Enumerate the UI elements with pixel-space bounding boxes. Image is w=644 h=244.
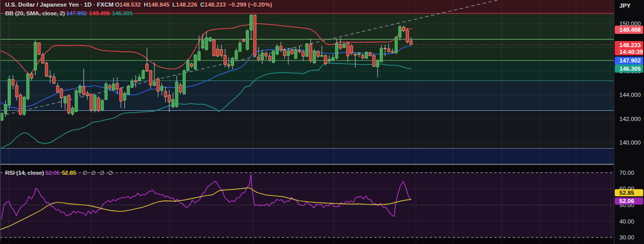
rsi-empty-values: ∅ ∅ ∅ ∅ xyxy=(83,170,114,176)
price-tick-label: 140.000 xyxy=(619,139,641,146)
currency-label: JPY xyxy=(619,3,631,9)
candle[interactable] xyxy=(1,112,3,121)
axis-badge-value: 52.06 xyxy=(619,198,634,204)
axis-badge: 147.902 xyxy=(615,56,643,65)
bb-name[interactable]: BB (20, SMA, close, 2) xyxy=(5,10,65,16)
candle[interactable] xyxy=(183,69,185,95)
candle[interactable] xyxy=(306,43,308,57)
axis-badge-value: 146.305 xyxy=(619,66,641,72)
candle[interactable] xyxy=(68,94,70,114)
rsi-tick-label: 30.00 xyxy=(619,234,634,240)
symbol-title[interactable]: U.S. Dollar / Japanese Yen xyxy=(5,2,79,8)
candle[interactable] xyxy=(97,96,100,112)
ohlc-value-H: 148.845 xyxy=(148,2,170,8)
axis-badge: 149.498 xyxy=(615,26,643,34)
candle[interactable] xyxy=(75,89,77,112)
price-tick-label: 142.000 xyxy=(619,116,641,122)
candle[interactable] xyxy=(295,48,297,59)
candle[interactable] xyxy=(38,43,41,55)
rsi-tick-label: 40.00 xyxy=(619,218,634,225)
axis-badge: 146.305 xyxy=(615,65,643,73)
candle[interactable] xyxy=(187,59,189,72)
candle[interactable] xyxy=(19,93,22,115)
ohlc-label-H: H xyxy=(141,2,148,8)
rsi-tick-label: 70.00 xyxy=(619,170,634,176)
axis-badge-value: 147.902 xyxy=(619,57,641,64)
chart-window: 150.000148.000146.000144.000142.000140.0… xyxy=(0,0,644,244)
candle[interactable] xyxy=(246,29,249,50)
ohlc-label-C: C xyxy=(197,2,204,8)
candle[interactable] xyxy=(8,76,11,109)
bb-upper-value: 149.498 xyxy=(89,10,110,16)
change-value: −0.299 (−0.20%) xyxy=(228,2,272,8)
background-zone xyxy=(0,13,614,39)
candle[interactable] xyxy=(253,14,256,57)
candle[interactable] xyxy=(27,73,29,100)
candle[interactable] xyxy=(101,99,104,111)
rsi-value: 52.06 xyxy=(45,170,60,176)
ohlc-value-O: 148.532 xyxy=(120,2,141,8)
candle[interactable] xyxy=(105,82,107,100)
background-zone xyxy=(0,237,614,244)
ohlc-values: O148.532 H148.845 L148.226 C148.233 xyxy=(115,2,226,8)
candle[interactable] xyxy=(142,69,145,79)
countdown-timer: 14:40:39 xyxy=(619,49,643,55)
rsi-legend[interactable]: RSI (14, close)52.0652.85∅ ∅ ∅ ∅ xyxy=(5,170,114,176)
candle[interactable] xyxy=(272,50,275,64)
rsi-name[interactable]: RSI (14, close) xyxy=(5,170,44,176)
candle[interactable] xyxy=(34,40,36,75)
ohlc-label-O: O xyxy=(115,2,120,8)
candle[interactable] xyxy=(90,93,92,112)
candle[interactable] xyxy=(276,44,279,55)
candle[interactable] xyxy=(369,52,372,56)
rsi-ma-value: 52.85 xyxy=(62,170,76,176)
candle[interactable] xyxy=(194,54,197,70)
axis-badge-value: 148.233 xyxy=(619,42,641,48)
ohlc-label-L: L xyxy=(169,2,176,8)
axis-badge: 52.06 xyxy=(615,197,643,205)
background-zone xyxy=(0,149,614,164)
ohlc-value-C: 148.233 xyxy=(205,2,226,8)
candle[interactable] xyxy=(313,49,316,64)
candle[interactable] xyxy=(212,39,215,57)
background-zone xyxy=(0,60,614,81)
axis-badge: 52.85 xyxy=(615,189,643,196)
symbol-legend[interactable]: U.S. Dollar / Japanese Yen · 1D · FXCMO1… xyxy=(5,2,272,8)
bb-legend[interactable]: BB (20, SMA, close, 2)147.902149.498146.… xyxy=(5,10,132,16)
bb-lower-value: 146.305 xyxy=(112,10,132,16)
ohlc-value-L: 148.226 xyxy=(176,2,198,8)
price-chart-canvas[interactable]: 150.000148.000146.000144.000142.000140.0… xyxy=(0,0,644,244)
candle[interactable] xyxy=(406,29,408,44)
candle[interactable] xyxy=(93,94,96,112)
axis-badge: 148.23314:40:39 xyxy=(615,41,643,55)
bb-basis-value: 147.902 xyxy=(66,10,87,16)
candle[interactable] xyxy=(373,54,375,67)
candle[interactable] xyxy=(365,51,368,59)
interval-label[interactable]: 1D xyxy=(84,2,92,8)
candle[interactable] xyxy=(127,85,130,95)
price-tick-label: 144.000 xyxy=(619,92,641,98)
axis-badge-value: 52.85 xyxy=(619,190,634,196)
exchange-label[interactable]: FXCM xyxy=(97,2,114,8)
candle[interactable] xyxy=(23,96,26,116)
axis-badge-value: 149.498 xyxy=(619,27,641,33)
candle[interactable] xyxy=(45,62,48,77)
candle[interactable] xyxy=(324,54,327,66)
